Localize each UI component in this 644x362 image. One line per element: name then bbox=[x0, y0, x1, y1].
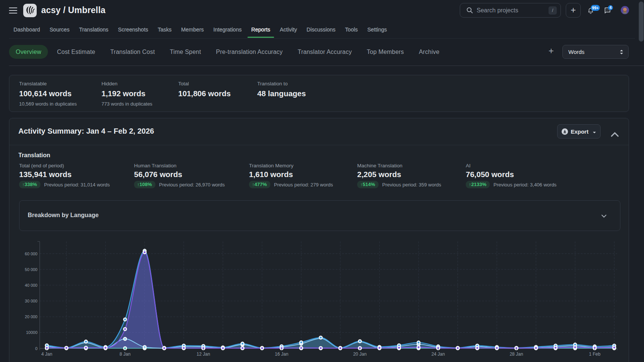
svg-text:4 Jan: 4 Jan bbox=[41, 352, 52, 357]
svg-text:50 000: 50 000 bbox=[25, 267, 37, 272]
svg-text:10000: 10000 bbox=[26, 330, 37, 335]
svg-text:8 Jan: 8 Jan bbox=[119, 352, 130, 357]
svg-text:24 Jan: 24 Jan bbox=[431, 352, 445, 357]
svg-text:1 Feb: 1 Feb bbox=[589, 352, 601, 357]
svg-text:12 Jan: 12 Jan bbox=[197, 352, 210, 357]
svg-text:30 000: 30 000 bbox=[25, 299, 37, 303]
svg-text:20 Jan: 20 Jan bbox=[353, 352, 367, 357]
svg-text:28 Jan: 28 Jan bbox=[510, 352, 523, 357]
svg-text:60 000: 60 000 bbox=[25, 252, 37, 256]
svg-text:0: 0 bbox=[35, 346, 37, 351]
svg-text:40 000: 40 000 bbox=[25, 283, 37, 288]
svg-text:20 000: 20 000 bbox=[25, 314, 37, 319]
svg-text:16 Jan: 16 Jan bbox=[275, 352, 288, 357]
